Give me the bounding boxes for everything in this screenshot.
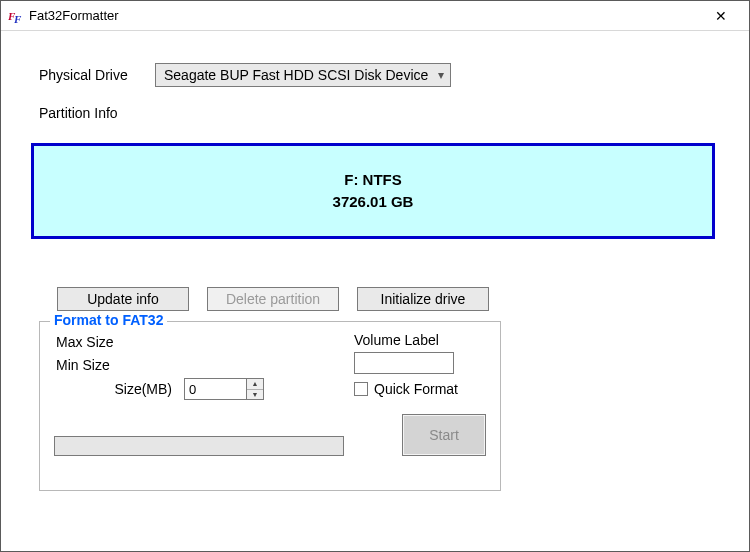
partition-box[interactable]: F: NTFS 3726.01 GB xyxy=(31,143,715,239)
size-mb-label: Size(MB) xyxy=(54,381,184,397)
lower-area: Format to FAT32 Max Size Volume Label Mi… xyxy=(39,321,711,491)
groupbox-legend: Format to FAT32 xyxy=(50,312,167,328)
size-spinner[interactable]: ▲ ▼ xyxy=(246,378,264,400)
quick-format-label: Quick Format xyxy=(374,381,458,397)
window: F F Fat32Formatter ✕ Physical Drive Seag… xyxy=(0,0,750,552)
format-groupbox: Format to FAT32 Max Size Volume Label Mi… xyxy=(39,321,501,491)
delete-partition-button[interactable]: Delete partition xyxy=(207,287,339,311)
close-icon[interactable]: ✕ xyxy=(701,5,741,27)
app-icon: F F xyxy=(7,8,23,24)
size-stepper[interactable]: ▲ ▼ xyxy=(184,378,354,400)
spin-down-icon[interactable]: ▼ xyxy=(247,390,263,400)
volume-label-label: Volume Label xyxy=(354,332,486,348)
side-panel xyxy=(521,331,711,491)
action-button-row: Update info Delete partition Initialize … xyxy=(57,287,711,311)
update-info-button[interactable]: Update info xyxy=(57,287,189,311)
quick-format-wrap[interactable]: Quick Format xyxy=(354,381,486,397)
chevron-down-icon: ▾ xyxy=(438,68,444,82)
physical-drive-select[interactable]: Seagate BUP Fast HDD SCSI Disk Device ▾ xyxy=(155,63,451,87)
quick-format-checkbox[interactable] xyxy=(354,382,368,396)
partition-size: 3726.01 GB xyxy=(333,191,414,214)
volume-label-input[interactable] xyxy=(354,352,454,374)
physical-drive-selected: Seagate BUP Fast HDD SCSI Disk Device xyxy=(164,67,428,83)
start-button[interactable]: Start xyxy=(402,414,486,456)
physical-drive-row: Physical Drive Seagate BUP Fast HDD SCSI… xyxy=(39,63,711,87)
max-size-label: Max Size xyxy=(54,334,184,350)
client-area: Physical Drive Seagate BUP Fast HDD SCSI… xyxy=(1,31,749,521)
window-title: Fat32Formatter xyxy=(29,8,701,23)
partition-info-label: Partition Info xyxy=(39,105,711,121)
partition-drive-fs: F: NTFS xyxy=(344,169,402,192)
min-size-label: Min Size xyxy=(54,357,184,373)
svg-text:F: F xyxy=(13,13,22,24)
titlebar: F F Fat32Formatter ✕ xyxy=(1,1,749,31)
physical-drive-label: Physical Drive xyxy=(39,67,155,83)
progress-bar xyxy=(54,436,344,456)
initialize-drive-button[interactable]: Initialize drive xyxy=(357,287,489,311)
size-input[interactable] xyxy=(184,378,246,400)
spin-up-icon[interactable]: ▲ xyxy=(247,379,263,390)
